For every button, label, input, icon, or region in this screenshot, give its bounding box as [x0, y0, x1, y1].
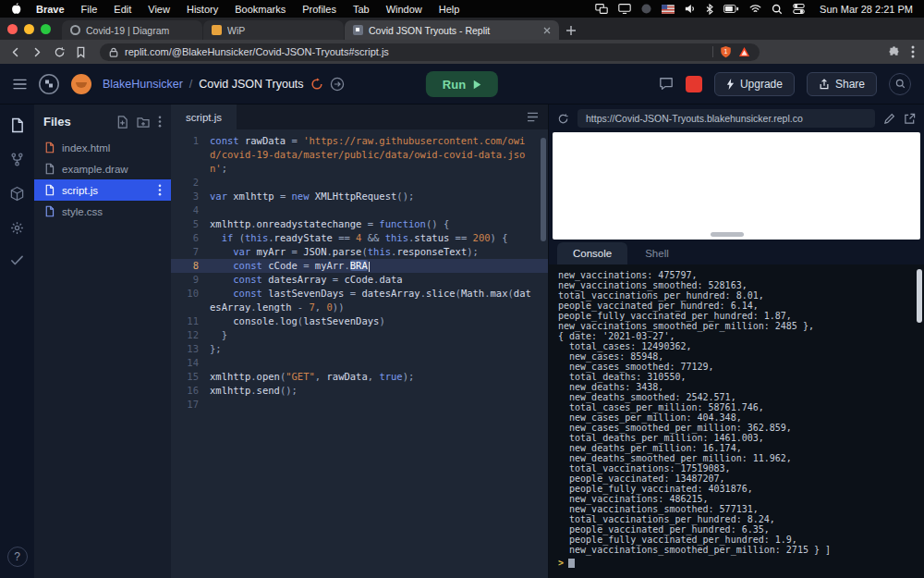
run-button[interactable]: Run: [426, 71, 498, 97]
file-item-style.css[interactable]: style.css: [34, 201, 171, 222]
sidebar-menu-icon[interactable]: [13, 79, 27, 90]
code-line-8[interactable]: 8 const cCode = myArr.BRA: [171, 259, 548, 273]
breadcrumb-username[interactable]: BlakeHunsicker: [103, 78, 183, 91]
extensions-icon[interactable]: [888, 46, 900, 58]
browser-menu-icon[interactable]: [911, 45, 915, 58]
preview-url-field[interactable]: https://Covid-JSON-Tryouts.blakehunsicke…: [578, 109, 875, 128]
open-link-icon[interactable]: [330, 77, 345, 92]
menu-item[interactable]: Window: [386, 4, 422, 15]
console-line: new_deaths_smoothed_per_million: 11.962,: [558, 453, 915, 463]
brave-rewards-icon[interactable]: [738, 46, 750, 57]
menu-item[interactable]: File: [81, 4, 98, 15]
browser-tab-wip[interactable]: WiP: [203, 20, 344, 40]
menu-item[interactable]: Bookmarks: [235, 4, 286, 15]
menu-item[interactable]: View: [148, 4, 170, 15]
spotlight-search-icon[interactable]: [772, 4, 783, 15]
code-line-6[interactable]: 6 if (this.readyState == 4 && this.statu…: [171, 231, 548, 245]
console-scrollbar[interactable]: [917, 269, 922, 323]
url-field[interactable]: replit.com/@BlakeHunsicker/Covid-JSON-Tr…: [100, 43, 760, 61]
close-tab-icon[interactable]: [543, 27, 551, 34]
display-icon[interactable]: [618, 4, 631, 14]
console-prompt-row[interactable]: >: [558, 558, 915, 568]
code-line-10[interactable]: 10 const lastSevenDays = datesArray.slic…: [171, 287, 548, 314]
bookmark-icon[interactable]: [76, 46, 86, 58]
bluetooth-icon[interactable]: [706, 4, 713, 15]
files-menu-icon[interactable]: [158, 116, 162, 128]
menu-item[interactable]: Help: [439, 4, 460, 15]
code-line-4[interactable]: 4: [171, 203, 548, 217]
battery-icon[interactable]: [723, 5, 739, 13]
new-tab-button[interactable]: [560, 20, 582, 40]
tab-shell[interactable]: Shell: [629, 242, 685, 264]
editor-scrollbar[interactable]: [541, 138, 546, 241]
preview-refresh-icon[interactable]: [557, 113, 569, 125]
browser-tab-diagram[interactable]: Covid-19 | Diagram: [62, 20, 202, 40]
apple-menu-icon[interactable]: [11, 3, 21, 15]
tab-console[interactable]: Console: [557, 242, 627, 264]
code-line-11[interactable]: 11 console.log(lastSevenDays): [171, 314, 548, 328]
editor-layout-icon[interactable]: [527, 112, 539, 122]
url-text[interactable]: replit.com/@BlakeHunsicker/Covid-JSON-Tr…: [125, 46, 706, 57]
preview-horizontal-scrollbar[interactable]: [711, 232, 744, 237]
app-menu-brave[interactable]: Brave: [36, 4, 65, 15]
console-line: new_cases: 85948,: [558, 351, 915, 362]
packages-icon[interactable]: [10, 186, 24, 202]
menu-item[interactable]: Tab: [353, 4, 370, 15]
upgrade-button[interactable]: Upgrade: [714, 72, 795, 96]
code-line-5[interactable]: 5xmlhttp.onreadystatechange = function()…: [171, 217, 548, 231]
editor-tab-scriptjs[interactable]: script.js: [171, 105, 237, 129]
edit-url-icon[interactable]: [883, 113, 895, 125]
share-button[interactable]: Share: [807, 72, 877, 96]
add-folder-icon[interactable]: [137, 117, 150, 128]
file-menu-icon[interactable]: [158, 184, 162, 196]
reload-button[interactable]: [54, 46, 66, 58]
volume-icon[interactable]: [685, 4, 696, 14]
brave-shields-icon[interactable]: 1: [720, 45, 732, 58]
zoom-window-button[interactable]: [41, 24, 51, 34]
file-item-index.html[interactable]: index.html: [34, 137, 171, 158]
settings-gear-icon[interactable]: [10, 221, 24, 235]
code-line-16[interactable]: 16xmlhttp.send();: [171, 384, 548, 398]
screen-mirroring-icon[interactable]: [595, 4, 608, 14]
file-item-example.draw[interactable]: example.draw: [34, 158, 171, 179]
replit-logo[interactable]: [38, 73, 60, 95]
code-line-17[interactable]: 17: [171, 398, 548, 412]
code-line-15[interactable]: 15xmlhttp.open("GET", rawData, true);: [171, 370, 548, 384]
help-button[interactable]: ?: [7, 547, 28, 567]
add-file-icon[interactable]: [116, 116, 128, 129]
do-not-disturb-icon[interactable]: [641, 4, 651, 14]
forward-button[interactable]: [31, 46, 43, 58]
version-control-icon[interactable]: [10, 153, 24, 166]
code-line-3[interactable]: 3var xmlhttp = new XMLHttpRequest();: [171, 190, 548, 203]
minimize-window-button[interactable]: [24, 24, 34, 34]
notification-badge[interactable]: [686, 76, 702, 92]
code-line-7[interactable]: 7 var myArr = JSON.parse(this.responseTe…: [171, 245, 548, 259]
browser-tab-bar: Covid-19 | Diagram WiP Covid JSON Tryout…: [0, 18, 924, 40]
code-line-2[interactable]: 2: [171, 176, 548, 190]
comments-icon[interactable]: [659, 77, 674, 91]
browser-tab-replit[interactable]: Covid JSON Tryouts - Replit: [345, 20, 559, 40]
file-item-script.js[interactable]: script.js: [34, 179, 171, 201]
code-line-13[interactable]: 13};: [171, 342, 548, 356]
menu-item[interactable]: Edit: [114, 4, 131, 15]
code-line-12[interactable]: 12 }: [171, 328, 548, 342]
wifi-icon[interactable]: [749, 4, 761, 14]
files-tool-icon[interactable]: [10, 117, 24, 133]
code-line-14[interactable]: 14: [171, 356, 548, 370]
close-window-button[interactable]: [7, 24, 18, 34]
user-avatar[interactable]: [71, 74, 91, 94]
console-line: new_vaccinations_smoothed: 528163,: [558, 280, 915, 290]
back-button[interactable]: [9, 46, 21, 58]
checks-icon[interactable]: [10, 254, 24, 266]
menu-item[interactable]: History: [187, 4, 218, 15]
search-button[interactable]: [889, 73, 911, 95]
keyboard-language-flag-icon[interactable]: [662, 5, 675, 14]
open-in-new-tab-icon[interactable]: [904, 113, 916, 125]
breadcrumb-project-name[interactable]: Covid JSON Tryouts: [199, 78, 303, 91]
control-center-icon[interactable]: [793, 4, 805, 14]
code-line-9[interactable]: 9 const datesArray = cCode.data: [171, 273, 548, 287]
history-icon[interactable]: [310, 78, 323, 91]
menu-item[interactable]: Profiles: [302, 4, 336, 15]
menu-bar-clock[interactable]: Sun Mar 28 2:21 PM: [820, 4, 913, 15]
code-line-1[interactable]: 1const rawData = 'https://raw.githubuser…: [171, 134, 548, 176]
